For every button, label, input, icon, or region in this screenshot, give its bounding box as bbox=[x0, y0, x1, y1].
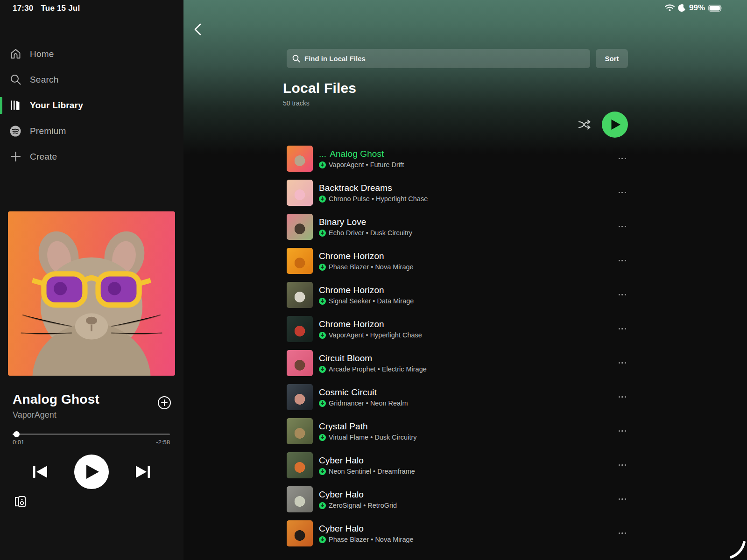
moon-icon bbox=[678, 4, 686, 12]
main-content: 99% Sort Local Files 50 tracks bbox=[183, 0, 747, 560]
search-icon bbox=[9, 74, 21, 86]
battery-percent: 99% bbox=[689, 3, 705, 13]
more-options-button[interactable] bbox=[617, 528, 628, 539]
more-options-button[interactable] bbox=[617, 289, 628, 301]
play-icon bbox=[611, 119, 621, 130]
downloaded-icon bbox=[319, 536, 326, 543]
track-title: Backtrack Dreams bbox=[319, 182, 617, 194]
now-playing-title: Analog Ghost bbox=[13, 392, 99, 407]
more-options-button[interactable] bbox=[617, 221, 628, 232]
progress-bar[interactable] bbox=[13, 432, 170, 436]
elapsed-time: 0:01 bbox=[13, 439, 24, 446]
next-track-button[interactable] bbox=[135, 465, 151, 479]
track-row[interactable]: Cyber Halo Phase Blazer • Nova Mirage bbox=[287, 516, 628, 550]
track-row[interactable]: ...Analog Ghost VaporAgent • Future Drif… bbox=[287, 141, 628, 175]
track-album-art bbox=[287, 282, 313, 308]
more-options-button[interactable] bbox=[617, 323, 628, 335]
more-options-button[interactable] bbox=[617, 460, 628, 471]
track-album-art bbox=[287, 316, 313, 342]
track-row[interactable]: Cyber Halo Neon Sentinel • Dreamframe bbox=[287, 448, 628, 482]
sidebar-item-label: Search bbox=[30, 75, 58, 85]
track-artist-album: Signal Seeker • Data Mirage bbox=[329, 297, 414, 305]
more-options-button[interactable] bbox=[617, 494, 628, 505]
more-options-button[interactable] bbox=[617, 187, 628, 198]
downloaded-icon bbox=[319, 332, 326, 339]
track-title: Crystal Path bbox=[319, 421, 617, 432]
sort-button[interactable]: Sort bbox=[596, 49, 628, 68]
sidebar-item-home[interactable]: Home bbox=[0, 41, 183, 67]
track-artist-album: Phase Blazer • Nova Mirage bbox=[329, 263, 414, 271]
track-title: Chrome Horizon bbox=[319, 285, 617, 296]
track-album-art bbox=[287, 520, 313, 546]
skip-back-icon bbox=[32, 465, 48, 479]
shuffle-button[interactable] bbox=[578, 118, 591, 131]
sidebar-item-premium[interactable]: Premium bbox=[0, 118, 183, 144]
track-album-art bbox=[287, 452, 313, 478]
track-title: Chrome Horizon bbox=[319, 319, 617, 330]
track-row[interactable]: Chrome Horizon VaporAgent • Hyperlight C… bbox=[287, 312, 628, 346]
more-options-button[interactable] bbox=[617, 153, 628, 164]
play-all-button[interactable] bbox=[602, 112, 628, 138]
downloaded-icon bbox=[319, 298, 326, 305]
sidebar-item-label: Your Library bbox=[30, 100, 83, 111]
track-artist-album: Chrono Pulse • Hyperlight Chase bbox=[329, 195, 428, 203]
back-button[interactable] bbox=[192, 22, 206, 36]
sidebar-item-create[interactable]: Create bbox=[0, 144, 183, 169]
search-input[interactable] bbox=[304, 55, 585, 63]
track-row[interactable]: Backtrack Dreams Chrono Pulse • Hyperlig… bbox=[287, 175, 628, 210]
more-options-button[interactable] bbox=[617, 392, 628, 403]
chinchilla-artwork bbox=[8, 211, 175, 376]
add-to-library-button[interactable] bbox=[157, 396, 171, 410]
more-options-button[interactable] bbox=[617, 357, 628, 369]
spotify-app: 17:30Tue 15 Jul Home Search Your Library… bbox=[0, 0, 747, 560]
downloaded-icon bbox=[319, 161, 326, 168]
connect-device-button[interactable] bbox=[13, 495, 27, 509]
battery-icon bbox=[708, 5, 723, 12]
sidebar-item-your-library[interactable]: Your Library bbox=[0, 92, 183, 118]
track-artist-album: Phase Blazer • Nova Mirage bbox=[329, 536, 414, 543]
skip-forward-icon bbox=[135, 465, 151, 479]
track-title: Circuit Bloom bbox=[319, 353, 617, 364]
track-list: ...Analog Ghost VaporAgent • Future Drif… bbox=[287, 141, 628, 550]
track-row[interactable]: Chrome Horizon Signal Seeker • Data Mira… bbox=[287, 278, 628, 312]
status-time: 17:30 bbox=[13, 4, 33, 13]
track-title: Cosmic Circuit bbox=[319, 387, 617, 398]
downloaded-icon bbox=[319, 434, 326, 441]
wifi-icon bbox=[665, 4, 675, 12]
track-row[interactable]: Circuit Bloom Arcade Prophet • Electric … bbox=[287, 346, 628, 380]
track-row[interactable]: Binary Love Echo Driver • Dusk Circuitry bbox=[287, 210, 628, 244]
status-date: Tue 15 Jul bbox=[41, 4, 80, 13]
track-title: Cyber Halo bbox=[319, 523, 617, 534]
track-album-art bbox=[287, 180, 313, 206]
track-row[interactable]: Chrome Horizon Phase Blazer • Nova Mirag… bbox=[287, 244, 628, 278]
track-artist-album: Arcade Prophet • Electric Mirage bbox=[329, 365, 427, 373]
playing-indicator: ... bbox=[319, 149, 326, 159]
page-title: Local Files bbox=[283, 80, 356, 96]
track-row[interactable]: Crystal Path Virtual Flame • Dusk Circui… bbox=[287, 414, 628, 448]
sidebar-item-search[interactable]: Search bbox=[0, 67, 183, 92]
downloaded-icon bbox=[319, 196, 326, 203]
progress-knob[interactable] bbox=[14, 431, 20, 437]
track-row[interactable]: Cyber Halo ZeroSignal • RetroGrid bbox=[287, 482, 628, 516]
spotify-logo-icon bbox=[9, 125, 21, 137]
more-options-button[interactable] bbox=[617, 255, 628, 266]
sidebar-item-label: Create bbox=[30, 152, 57, 162]
track-title: Chrome Horizon bbox=[319, 251, 617, 262]
track-title: ...Analog Ghost bbox=[319, 148, 617, 160]
track-row[interactable]: Cosmic Circuit Gridmancer • Neon Realm bbox=[287, 380, 628, 414]
sidebar-item-label: Home bbox=[30, 49, 54, 59]
find-in-local-files-search[interactable] bbox=[287, 49, 590, 68]
play-button[interactable] bbox=[74, 455, 109, 489]
track-count: 50 tracks bbox=[283, 99, 310, 107]
more-options-button[interactable] bbox=[617, 426, 628, 437]
library-icon bbox=[9, 99, 21, 112]
downloaded-icon bbox=[319, 230, 326, 237]
devices-icon bbox=[13, 495, 27, 509]
downloaded-icon bbox=[319, 468, 326, 475]
now-playing-album-art bbox=[8, 211, 175, 376]
track-title: Cyber Halo bbox=[319, 455, 617, 466]
previous-track-button[interactable] bbox=[32, 465, 48, 479]
track-album-art bbox=[287, 146, 313, 172]
statusbar-clock: 17:30Tue 15 Jul bbox=[13, 4, 80, 13]
plus-circle-icon bbox=[157, 396, 171, 410]
